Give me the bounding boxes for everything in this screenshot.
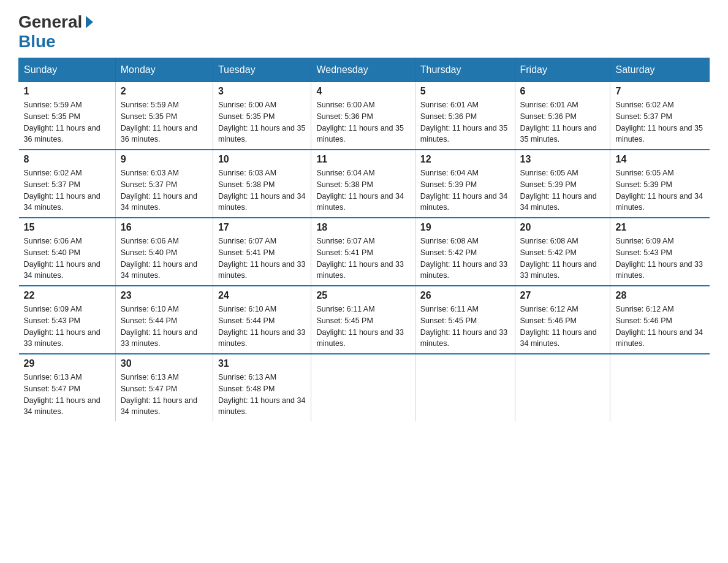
day-number: 28 bbox=[615, 290, 704, 301]
day-info: Sunrise: 6:10 AMSunset: 5:44 PMDaylight:… bbox=[121, 304, 208, 350]
day-number: 12 bbox=[420, 154, 510, 165]
calendar-week-row: 1Sunrise: 5:59 AMSunset: 5:35 PMDaylight… bbox=[19, 82, 710, 150]
calendar-cell: 25Sunrise: 6:11 AMSunset: 5:45 PMDayligh… bbox=[311, 286, 415, 354]
day-info: Sunrise: 5:59 AMSunset: 5:35 PMDaylight:… bbox=[24, 99, 110, 145]
day-number: 29 bbox=[24, 358, 110, 369]
calendar-cell bbox=[515, 354, 610, 421]
day-number: 17 bbox=[218, 222, 306, 233]
day-info: Sunrise: 5:59 AMSunset: 5:35 PMDaylight:… bbox=[121, 99, 208, 145]
logo: General Blue bbox=[18, 12, 93, 52]
day-number: 13 bbox=[520, 154, 605, 165]
day-number: 14 bbox=[615, 154, 704, 165]
column-header-tuesday: Tuesday bbox=[213, 58, 311, 82]
calendar-cell: 1Sunrise: 5:59 AMSunset: 5:35 PMDaylight… bbox=[19, 82, 116, 150]
day-number: 24 bbox=[218, 290, 306, 301]
calendar-cell: 10Sunrise: 6:03 AMSunset: 5:38 PMDayligh… bbox=[213, 150, 311, 218]
calendar-cell: 4Sunrise: 6:00 AMSunset: 5:36 PMDaylight… bbox=[311, 82, 415, 150]
day-number: 18 bbox=[316, 222, 409, 233]
calendar-cell: 26Sunrise: 6:11 AMSunset: 5:45 PMDayligh… bbox=[415, 286, 515, 354]
day-number: 15 bbox=[24, 222, 110, 233]
calendar-cell: 24Sunrise: 6:10 AMSunset: 5:44 PMDayligh… bbox=[213, 286, 311, 354]
column-header-monday: Monday bbox=[115, 58, 213, 82]
calendar-cell: 6Sunrise: 6:01 AMSunset: 5:36 PMDaylight… bbox=[515, 82, 610, 150]
day-info: Sunrise: 6:09 AMSunset: 5:43 PMDaylight:… bbox=[24, 304, 110, 350]
day-info: Sunrise: 6:00 AMSunset: 5:35 PMDaylight:… bbox=[218, 99, 306, 145]
calendar-cell: 9Sunrise: 6:03 AMSunset: 5:37 PMDaylight… bbox=[115, 150, 213, 218]
day-info: Sunrise: 6:05 AMSunset: 5:39 PMDaylight:… bbox=[520, 167, 605, 213]
day-number: 3 bbox=[218, 86, 306, 97]
day-info: Sunrise: 6:07 AMSunset: 5:41 PMDaylight:… bbox=[316, 236, 409, 282]
calendar-cell: 22Sunrise: 6:09 AMSunset: 5:43 PMDayligh… bbox=[19, 286, 116, 354]
day-number: 1 bbox=[24, 86, 110, 97]
day-number: 4 bbox=[316, 86, 409, 97]
calendar-table: SundayMondayTuesdayWednesdayThursdayFrid… bbox=[18, 58, 710, 421]
page-header: General Blue bbox=[18, 12, 710, 52]
calendar-header-row: SundayMondayTuesdayWednesdayThursdayFrid… bbox=[19, 58, 710, 82]
calendar-cell: 30Sunrise: 6:13 AMSunset: 5:47 PMDayligh… bbox=[115, 354, 213, 421]
calendar-week-row: 22Sunrise: 6:09 AMSunset: 5:43 PMDayligh… bbox=[19, 286, 710, 354]
day-info: Sunrise: 6:02 AMSunset: 5:37 PMDaylight:… bbox=[24, 167, 110, 213]
day-info: Sunrise: 6:04 AMSunset: 5:38 PMDaylight:… bbox=[316, 167, 409, 213]
calendar-cell: 28Sunrise: 6:12 AMSunset: 5:46 PMDayligh… bbox=[610, 286, 710, 354]
calendar-cell: 23Sunrise: 6:10 AMSunset: 5:44 PMDayligh… bbox=[115, 286, 213, 354]
day-info: Sunrise: 6:13 AMSunset: 5:47 PMDaylight:… bbox=[24, 372, 110, 418]
day-number: 26 bbox=[420, 290, 510, 301]
day-number: 25 bbox=[316, 290, 409, 301]
day-info: Sunrise: 6:01 AMSunset: 5:36 PMDaylight:… bbox=[520, 99, 605, 145]
day-info: Sunrise: 6:12 AMSunset: 5:46 PMDaylight:… bbox=[615, 304, 704, 350]
day-info: Sunrise: 6:06 AMSunset: 5:40 PMDaylight:… bbox=[121, 236, 208, 282]
logo-arrow-icon bbox=[86, 16, 93, 28]
day-number: 23 bbox=[121, 290, 208, 301]
day-info: Sunrise: 6:01 AMSunset: 5:36 PMDaylight:… bbox=[420, 99, 510, 145]
day-info: Sunrise: 6:10 AMSunset: 5:44 PMDaylight:… bbox=[218, 304, 306, 350]
calendar-week-row: 29Sunrise: 6:13 AMSunset: 5:47 PMDayligh… bbox=[19, 354, 710, 421]
calendar-cell: 7Sunrise: 6:02 AMSunset: 5:37 PMDaylight… bbox=[610, 82, 710, 150]
calendar-cell: 5Sunrise: 6:01 AMSunset: 5:36 PMDaylight… bbox=[415, 82, 515, 150]
day-number: 20 bbox=[520, 222, 605, 233]
day-info: Sunrise: 6:11 AMSunset: 5:45 PMDaylight:… bbox=[316, 304, 409, 350]
day-info: Sunrise: 6:06 AMSunset: 5:40 PMDaylight:… bbox=[24, 236, 110, 282]
calendar-week-row: 15Sunrise: 6:06 AMSunset: 5:40 PMDayligh… bbox=[19, 218, 710, 286]
day-info: Sunrise: 6:13 AMSunset: 5:47 PMDaylight:… bbox=[121, 372, 208, 418]
calendar-cell: 12Sunrise: 6:04 AMSunset: 5:39 PMDayligh… bbox=[415, 150, 515, 218]
column-header-wednesday: Wednesday bbox=[311, 58, 415, 82]
day-info: Sunrise: 6:00 AMSunset: 5:36 PMDaylight:… bbox=[316, 99, 409, 145]
calendar-cell: 16Sunrise: 6:06 AMSunset: 5:40 PMDayligh… bbox=[115, 218, 213, 286]
day-info: Sunrise: 6:03 AMSunset: 5:37 PMDaylight:… bbox=[121, 167, 208, 213]
day-number: 11 bbox=[316, 154, 409, 165]
day-number: 21 bbox=[615, 222, 704, 233]
logo-blue-text: Blue bbox=[18, 32, 56, 52]
day-number: 8 bbox=[24, 154, 110, 165]
calendar-cell: 2Sunrise: 5:59 AMSunset: 5:35 PMDaylight… bbox=[115, 82, 213, 150]
calendar-cell: 19Sunrise: 6:08 AMSunset: 5:42 PMDayligh… bbox=[415, 218, 515, 286]
calendar-cell: 17Sunrise: 6:07 AMSunset: 5:41 PMDayligh… bbox=[213, 218, 311, 286]
calendar-cell: 31Sunrise: 6:13 AMSunset: 5:48 PMDayligh… bbox=[213, 354, 311, 421]
day-number: 7 bbox=[615, 86, 704, 97]
calendar-cell: 8Sunrise: 6:02 AMSunset: 5:37 PMDaylight… bbox=[19, 150, 116, 218]
day-number: 19 bbox=[420, 222, 510, 233]
day-info: Sunrise: 6:11 AMSunset: 5:45 PMDaylight:… bbox=[420, 304, 510, 350]
day-number: 27 bbox=[520, 290, 605, 301]
calendar-cell: 29Sunrise: 6:13 AMSunset: 5:47 PMDayligh… bbox=[19, 354, 116, 421]
column-header-friday: Friday bbox=[515, 58, 610, 82]
day-number: 9 bbox=[121, 154, 208, 165]
day-number: 6 bbox=[520, 86, 605, 97]
day-number: 31 bbox=[218, 358, 306, 369]
calendar-cell: 3Sunrise: 6:00 AMSunset: 5:35 PMDaylight… bbox=[213, 82, 311, 150]
day-info: Sunrise: 6:08 AMSunset: 5:42 PMDaylight:… bbox=[520, 236, 605, 282]
day-info: Sunrise: 6:09 AMSunset: 5:43 PMDaylight:… bbox=[615, 236, 704, 282]
calendar-week-row: 8Sunrise: 6:02 AMSunset: 5:37 PMDaylight… bbox=[19, 150, 710, 218]
day-number: 30 bbox=[121, 358, 208, 369]
calendar-cell bbox=[415, 354, 515, 421]
logo-general-text: General bbox=[18, 12, 82, 32]
day-info: Sunrise: 6:08 AMSunset: 5:42 PMDaylight:… bbox=[420, 236, 510, 282]
calendar-cell: 18Sunrise: 6:07 AMSunset: 5:41 PMDayligh… bbox=[311, 218, 415, 286]
calendar-cell: 11Sunrise: 6:04 AMSunset: 5:38 PMDayligh… bbox=[311, 150, 415, 218]
day-number: 5 bbox=[420, 86, 510, 97]
calendar-cell: 20Sunrise: 6:08 AMSunset: 5:42 PMDayligh… bbox=[515, 218, 610, 286]
day-info: Sunrise: 6:03 AMSunset: 5:38 PMDaylight:… bbox=[218, 167, 306, 213]
calendar-cell bbox=[311, 354, 415, 421]
day-info: Sunrise: 6:07 AMSunset: 5:41 PMDaylight:… bbox=[218, 236, 306, 282]
day-info: Sunrise: 6:04 AMSunset: 5:39 PMDaylight:… bbox=[420, 167, 510, 213]
calendar-cell: 27Sunrise: 6:12 AMSunset: 5:46 PMDayligh… bbox=[515, 286, 610, 354]
